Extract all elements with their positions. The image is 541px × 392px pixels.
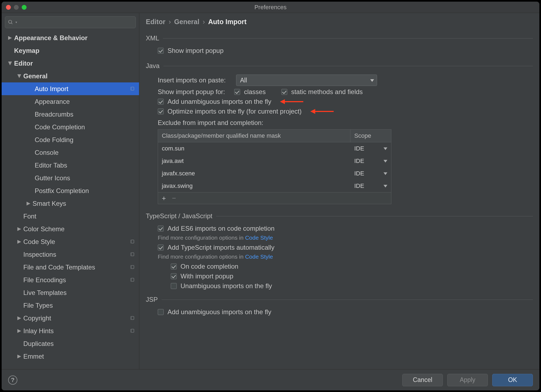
search-icon [8,20,13,25]
java-optimize-imports[interactable]: Optimize imports on the fly (for current… [158,108,533,115]
tree-label: Emmet [23,353,44,360]
svg-marker-27 [384,160,387,163]
checkbox-icon[interactable] [171,283,177,289]
tree-console[interactable]: Console [2,146,139,159]
tree-editor[interactable]: Editor [2,57,139,70]
table-row[interactable]: javafx.sceneIDE [158,167,391,180]
cell-name: java.awt [158,155,350,167]
tree-label: Editor Tabs [35,162,67,169]
tree-appearance[interactable]: Appearance [2,95,139,108]
exclude-table: Class/package/member qualified name mask… [158,129,391,204]
svg-rect-11 [131,240,134,243]
svg-rect-10 [131,240,134,243]
project-settings-icon [130,251,135,258]
java-exclude-label: Exclude from import and completion: [158,119,533,127]
section-tsjs: TypeScript / JavaScript [146,212,533,220]
checkbox-label: Unambiguous imports on the fly [181,282,272,290]
help-button[interactable]: ? [8,375,17,385]
table-row[interactable]: com.sunIDE [158,142,391,155]
tree-smart-keys[interactable]: Smart Keys [2,197,139,210]
checkbox-static[interactable] [281,89,287,95]
checkbox-label: Add unambiguous imports on the fly [168,308,271,316]
insert-imports-select[interactable]: All [236,75,377,86]
tree-auto-import[interactable]: Auto Import [2,82,139,95]
cell-scope[interactable]: IDE [350,180,391,192]
breadcrumb-general[interactable]: General [174,18,199,26]
xml-show-import-popup[interactable]: Show import popup [158,47,533,54]
svg-marker-4 [17,74,21,78]
tree-duplicates[interactable]: Duplicates [2,337,139,350]
chevron-right-icon: › [169,18,171,26]
tree-emmet[interactable]: Emmet [2,350,139,363]
tree-editor-tabs[interactable]: Editor Tabs [2,159,139,172]
checkbox-icon[interactable] [171,264,177,269]
java-unambiguous-imports[interactable]: Add unambiguous imports on the fly [158,98,533,105]
tree-label: Console [35,149,59,156]
code-style-link[interactable]: Code Style [245,234,273,241]
tsjs-on-code-completion[interactable]: On code completion [171,263,533,270]
tree-keymap[interactable]: Keymap [2,44,139,57]
tree-code-completion[interactable]: Code Completion [2,121,139,133]
checkbox-icon[interactable] [158,226,164,232]
cell-scope[interactable]: IDE [350,155,391,167]
jsp-unambiguous[interactable]: Add unambiguous imports on the fly [158,308,533,316]
checkbox-icon[interactable] [158,48,164,54]
project-settings-icon [130,239,135,245]
checkbox-label: With import popup [181,272,233,280]
checkbox-icon[interactable] [158,99,164,105]
ok-button[interactable]: OK [492,374,533,386]
table-row[interactable]: javax.swingIDE [158,180,391,192]
tree-postfix-completion[interactable]: Postfix Completion [2,184,139,197]
tsjs-unambiguous[interactable]: Unambiguous imports on the fly [171,282,533,290]
svg-marker-18 [17,316,21,320]
tree-file-types[interactable]: File Types [2,299,139,312]
add-row-button[interactable]: + [162,195,166,202]
apply-button[interactable]: Apply [447,374,488,386]
tree-file-encodings[interactable]: File Encodings [2,274,139,286]
checkbox-label: On code completion [181,263,238,270]
tree-font[interactable]: Font [2,210,139,223]
checkbox-icon[interactable] [158,309,164,315]
svg-rect-19 [131,316,134,320]
tree-label: Editor [14,60,33,67]
tree-breadcrumbs[interactable]: Breadcrumbs [2,108,139,121]
tree-code-folding[interactable]: Code Folding [2,133,139,146]
tree-code-style[interactable]: Code Style [2,235,139,248]
tsjs-auto-imports[interactable]: Add TypeScript imports automatically [158,244,533,251]
tree-gutter-icons[interactable]: Gutter Icons [2,172,139,184]
search-field[interactable]: ▾ [5,16,136,28]
checkbox-label: Add TypeScript imports automatically [168,244,274,251]
tree-copyright[interactable]: Copyright [2,312,139,324]
tsjs-es6-imports[interactable]: Add ES6 imports on code completion [158,225,533,232]
cell-scope[interactable]: IDE [350,142,391,155]
cancel-button[interactable]: Cancel [402,374,443,386]
titlebar: Preferences [2,2,539,13]
tree-general[interactable]: General [2,70,139,82]
tree-live-templates[interactable]: Live Templates [2,286,139,299]
breadcrumb-editor[interactable]: Editor [146,18,165,26]
tree-inlay-hints[interactable]: Inlay Hints [2,324,139,337]
tsjs-with-import-popup[interactable]: With import popup [171,272,533,280]
svg-rect-13 [131,253,134,256]
breadcrumb-current: Auto Import [208,18,247,26]
tree-inspections[interactable]: Inspections [2,248,139,261]
checkbox-icon[interactable] [158,108,164,114]
cell-name: javax.swing [158,180,350,192]
checkbox-icon[interactable] [171,273,177,279]
search-input[interactable] [19,19,133,25]
scope-value: IDE [354,145,364,152]
chevron-down-icon [370,77,374,84]
tree-file-code-templates[interactable]: File and Code Templates [2,261,139,274]
tsjs-hint-2: Find more configuration options in Code … [158,253,533,260]
checkbox-icon[interactable] [158,245,164,250]
cell-scope[interactable]: IDE [350,167,391,180]
checkbox-label: static methods and fields [291,88,363,96]
tree-appearance-behavior[interactable]: Appearance & Behavior [2,31,139,44]
search-caret-icon: ▾ [15,20,17,24]
remove-row-button[interactable]: − [172,195,176,202]
table-row[interactable]: java.awtIDE [158,155,391,167]
code-style-link[interactable]: Code Style [245,253,273,260]
tree-color-scheme[interactable]: Color Scheme [2,223,139,235]
checkbox-classes[interactable] [234,89,240,95]
tree-label: File Types [23,302,53,309]
